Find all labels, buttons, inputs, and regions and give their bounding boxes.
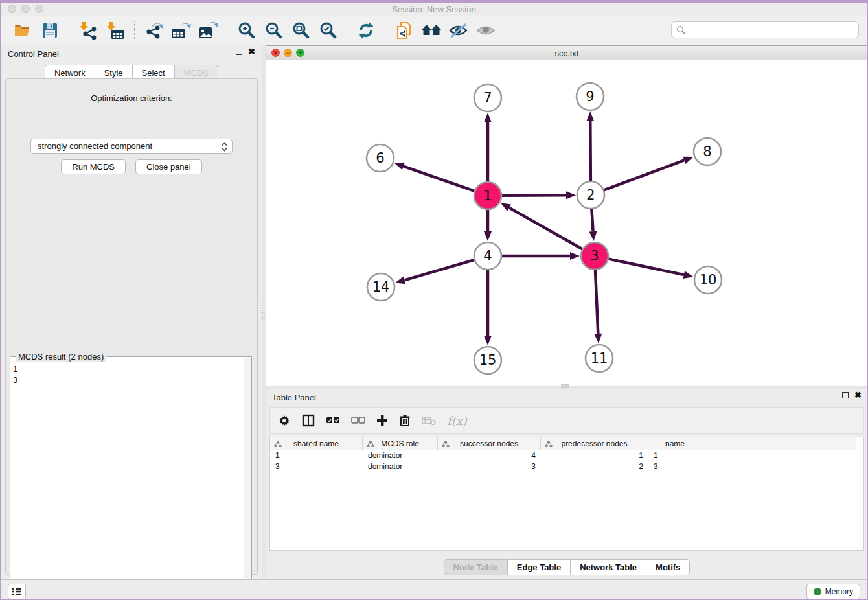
zoom-selected-icon[interactable] [317, 20, 339, 41]
graph-node-4[interactable]: 4 [474, 242, 501, 270]
deselect-all-checks-icon[interactable] [351, 412, 365, 429]
column-header-mcds-role[interactable]: MCDS role [363, 437, 438, 450]
cell-mcds-role[interactable]: dominator [363, 450, 438, 461]
tab-network-table[interactable]: Network Table [571, 559, 646, 575]
table-row[interactable]: 3dominator323 [270, 461, 863, 472]
cell-mcds-role[interactable]: dominator [363, 461, 438, 472]
float-table-panel-icon[interactable] [842, 392, 849, 398]
zoom-fit-icon[interactable] [290, 20, 312, 41]
cell-predecessor-nodes[interactable]: 2 [541, 461, 648, 472]
memory-button[interactable]: Memory [806, 584, 860, 599]
memory-status-icon [814, 588, 821, 595]
cell-successor-nodes[interactable]: 4 [438, 450, 541, 461]
node-label: 7 [483, 90, 492, 106]
dropdown-value: strongly connected component [38, 141, 152, 151]
float-panel-icon[interactable] [236, 49, 242, 55]
graph-edge-1-6[interactable] [404, 167, 475, 192]
show-columns-icon[interactable] [302, 412, 315, 429]
refresh-icon[interactable] [355, 20, 377, 41]
task-history-button[interactable] [8, 584, 26, 599]
column-header-name[interactable]: name [648, 437, 702, 450]
graph-node-9[interactable]: 9 [577, 83, 604, 110]
mcds-result-box[interactable]: MCDS result (2 nodes) 13 [10, 356, 252, 600]
node-table-body: 1dominator4113dominator323 [270, 450, 863, 472]
tab-edge-table[interactable]: Edge Table [508, 559, 571, 575]
graph-node-11[interactable]: 11 [586, 345, 613, 372]
table-row[interactable]: 1dominator411 [270, 450, 863, 461]
delete-column-icon [422, 412, 436, 429]
open-folder-icon[interactable] [12, 20, 34, 41]
toolbar-separator [347, 21, 347, 40]
table-scrollbar[interactable] [856, 437, 863, 550]
add-column-icon[interactable] [376, 412, 388, 429]
show-all-icon[interactable] [475, 20, 497, 41]
graph-node-7[interactable]: 7 [474, 84, 501, 111]
graph-edge-2-9[interactable] [590, 121, 591, 181]
graph-node-14[interactable]: 14 [367, 273, 394, 301]
graph-edge-3-11[interactable] [595, 270, 598, 334]
network-window-titlebar[interactable]: ✕ − + scc.txt [266, 46, 867, 60]
column-header-successor-nodes[interactable]: successor nodes [438, 437, 541, 450]
optimization-criterion-select[interactable]: strongly connected component [30, 139, 233, 154]
cell-name[interactable]: 3 [648, 461, 702, 472]
table-panel: Table Panel ✖ [266, 389, 868, 579]
graph-node-3[interactable]: 3 [581, 242, 608, 270]
column-label: shared name [293, 439, 339, 448]
node-label: 6 [376, 150, 384, 166]
node-label: 2 [586, 187, 595, 203]
graph-edge-4-14[interactable] [404, 260, 474, 281]
column-label: successor nodes [460, 439, 518, 448]
edge-arrowhead [570, 252, 580, 260]
hide-selected-icon[interactable] [448, 20, 470, 41]
cell-shared-name[interactable]: 1 [270, 450, 363, 461]
zoom-in-icon[interactable] [235, 20, 257, 41]
new-network-from-selection-icon[interactable] [393, 20, 415, 41]
graph-edge-2-8[interactable] [604, 160, 685, 190]
graph-edge-2-3[interactable] [591, 209, 593, 231]
graph-node-8[interactable]: 8 [694, 138, 721, 165]
edge-arrowhead [484, 336, 492, 345]
close-table-panel-icon[interactable]: ✖ [854, 392, 862, 398]
node-table[interactable]: shared nameMCDS rolesuccessor nodesprede… [269, 437, 864, 551]
control-panel-title: Control Panel [8, 49, 59, 59]
cell-shared-name[interactable]: 3 [270, 461, 363, 472]
cell-name[interactable]: 1 [648, 450, 702, 461]
close-panel-button[interactable]: Close panel [135, 159, 202, 174]
tab-node-table[interactable]: Node Table [444, 559, 508, 575]
graph-node-15[interactable]: 15 [474, 347, 501, 374]
edge-arrowhead [589, 231, 597, 241]
column-header-predecessor-nodes[interactable]: predecessor nodes [541, 437, 648, 450]
close-panel-icon[interactable]: ✖ [248, 49, 255, 55]
vertical-splitter-handle[interactable] [261, 302, 265, 319]
select-all-checks-icon[interactable] [326, 412, 340, 429]
column-label: MCDS role [381, 439, 419, 448]
graph-node-10[interactable]: 10 [694, 266, 722, 294]
delete-rows-icon[interactable] [399, 412, 411, 429]
horizontal-splitter-handle[interactable] [561, 384, 569, 388]
graph-node-1[interactable]: 1 [474, 182, 501, 209]
import-table-icon[interactable] [104, 20, 126, 41]
export-table-icon[interactable] [170, 20, 192, 41]
column-header-shared-name[interactable]: shared name [270, 437, 363, 450]
graph-node-2[interactable]: 2 [577, 181, 604, 209]
graph-edge-1-2[interactable] [501, 195, 566, 196]
graph-edge-3-10[interactable] [608, 259, 684, 275]
import-network-icon[interactable] [77, 20, 99, 41]
save-session-icon[interactable] [39, 20, 61, 41]
result-line: 1 [13, 363, 17, 375]
node-label: 3 [590, 248, 599, 264]
result-scrollbar[interactable] [244, 358, 251, 600]
table-options-gear-icon[interactable] [278, 412, 291, 429]
tab-motifs[interactable]: Motifs [646, 559, 690, 575]
export-image-icon[interactable] [197, 20, 219, 41]
graph-edge-3-1[interactable] [509, 208, 583, 249]
search-input[interactable] [671, 21, 859, 38]
export-network-icon[interactable] [143, 20, 165, 41]
network-canvas[interactable]: 7968124314101511 [266, 60, 867, 386]
first-neighbors-icon[interactable] [420, 20, 442, 41]
zoom-out-icon[interactable] [262, 20, 284, 41]
graph-node-6[interactable]: 6 [367, 144, 394, 172]
cell-predecessor-nodes[interactable]: 1 [541, 450, 648, 461]
run-mcds-button[interactable]: Run MCDS [61, 159, 126, 174]
cell-successor-nodes[interactable]: 3 [438, 461, 541, 472]
